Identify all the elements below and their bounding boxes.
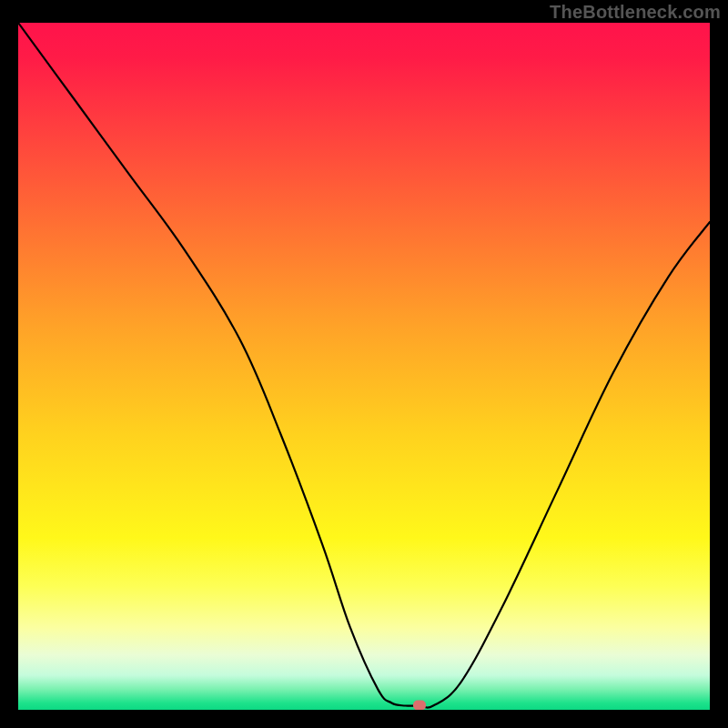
watermark-text: TheBottleneck.com bbox=[550, 2, 721, 23]
curve-svg bbox=[18, 23, 710, 710]
bottleneck-curve-path bbox=[18, 23, 710, 708]
plot-area bbox=[18, 23, 710, 710]
chart-frame: TheBottleneck.com bbox=[0, 0, 728, 728]
optimal-point-marker bbox=[413, 701, 426, 710]
